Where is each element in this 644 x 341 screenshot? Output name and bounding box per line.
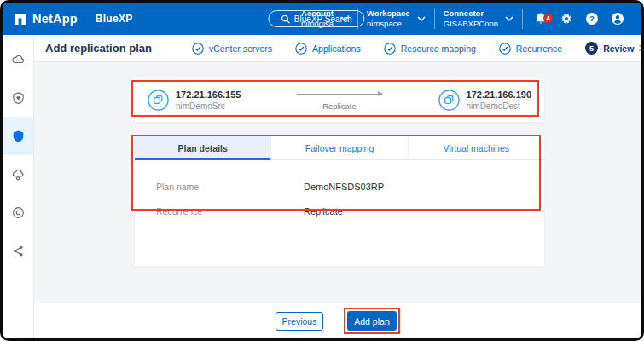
top-header: NetApp BlueXP BlueXP Search Account nimo…: [3, 3, 641, 35]
arrow-label: Replicate: [322, 101, 357, 111]
help-icon: ?: [585, 12, 599, 26]
brand-name: NetApp: [32, 12, 78, 26]
app-window: NetApp BlueXP BlueXP Search Account nimo…: [0, 0, 644, 341]
vcenter-icon: [438, 90, 460, 111]
tab-plan-details[interactable]: Plan details: [135, 136, 271, 159]
search-label: BlueXP Search: [294, 14, 352, 24]
search-icon: [281, 14, 290, 24]
recurrence-value: Replicate: [304, 206, 343, 217]
workspace-menu[interactable]: Workspace nimspace: [358, 9, 434, 29]
connector-menu[interactable]: Connector GISABXPConn: [435, 9, 522, 29]
notification-badge: 4: [543, 14, 553, 23]
wizard-header: Add replication plan vCenter servers App…: [34, 35, 641, 62]
gear-icon: [560, 12, 573, 26]
svg-text:?: ?: [589, 14, 595, 23]
notifications-button[interactable]: 4: [528, 12, 554, 26]
health-icon: [12, 91, 25, 105]
destination-ip: 172.21.166.190: [467, 90, 531, 100]
recurrence-label: Recurrence: [156, 206, 304, 217]
destination-node: 172.21.166.190 nimDemoDest: [438, 90, 531, 111]
source-ip: 172.21.166.155: [176, 90, 241, 100]
plan-details-rows: Plan name DemoNFSDS03RP Recurrence Repli…: [135, 174, 544, 223]
sidebar-item-extensions[interactable]: [3, 232, 33, 270]
protection-shield-icon: [12, 130, 25, 143]
page-title: Add replication plan: [45, 42, 152, 55]
plan-name-label: Plan name: [156, 182, 304, 192]
review-tabs: Plan details Failover mapping Virtual ma…: [135, 136, 544, 160]
check-circle-icon: [499, 43, 511, 55]
extensions-icon: [12, 245, 25, 257]
vcenter-icon: [148, 90, 169, 111]
step-resource-mapping[interactable]: Resource mapping: [384, 43, 476, 55]
check-circle-icon: [192, 43, 204, 55]
recurrence-row: Recurrence Replicate: [135, 199, 536, 223]
sidebar-item-canvas[interactable]: [3, 40, 33, 78]
chevron-down-icon: [505, 16, 513, 21]
wizard-footer: Previous Add plan: [34, 303, 641, 338]
review-panel: Plan details Failover mapping Virtual ma…: [135, 136, 544, 266]
left-sidebar: [3, 35, 34, 338]
close-icon[interactable]: ✕: [634, 40, 644, 56]
sidebar-item-protection[interactable]: [3, 117, 33, 155]
previous-button[interactable]: Previous: [276, 312, 323, 331]
tab-failover-mapping[interactable]: Failover mapping: [271, 136, 408, 159]
chevron-down-icon: [417, 16, 426, 21]
sidebar-item-governance[interactable]: [3, 194, 33, 232]
tab-virtual-machines[interactable]: Virtual machines: [409, 136, 544, 159]
source-name: nimDemoSrc: [176, 101, 241, 111]
step-vcenter-servers[interactable]: vCenter servers: [192, 43, 272, 55]
step-number-badge: 5: [585, 42, 598, 55]
sidebar-item-health[interactable]: [3, 78, 33, 117]
add-plan-button[interactable]: Add plan: [347, 311, 397, 331]
check-circle-icon: [295, 43, 307, 55]
replicate-arrow: Replicate: [241, 89, 438, 111]
check-circle-icon: [384, 43, 396, 55]
source-node: 172.21.166.155 nimDemoSrc: [148, 90, 241, 111]
annotation-box-add-plan: Add plan: [344, 308, 400, 334]
help-button[interactable]: ?: [579, 12, 605, 26]
wizard-steps: vCenter servers Applications Resource ma…: [192, 42, 634, 55]
step-recurrence[interactable]: Recurrence: [499, 43, 562, 55]
governance-icon: [12, 206, 25, 219]
step-applications[interactable]: Applications: [295, 43, 361, 55]
user-button[interactable]: [605, 12, 630, 26]
replication-diagram: 172.21.166.155 nimDemoSrc Replicate 172.…: [135, 78, 544, 122]
mobility-icon: [11, 168, 25, 182]
brand: NetApp BlueXP: [14, 12, 133, 26]
sidebar-item-mobility[interactable]: [3, 155, 33, 194]
user-icon: [611, 12, 624, 26]
arrow-icon: [297, 94, 382, 95]
plan-name-value: DemoNFSDS03RP: [304, 182, 384, 192]
netapp-logo-icon: [14, 13, 26, 26]
step-review[interactable]: 5 Review: [585, 42, 634, 55]
settings-button[interactable]: [554, 12, 579, 26]
search-input[interactable]: BlueXP Search: [268, 10, 365, 27]
divider: [522, 9, 523, 29]
product-name: BlueXP: [96, 13, 133, 25]
destination-name: nimDemoDest: [467, 101, 531, 111]
plan-name-row: Plan name DemoNFSDS03RP: [135, 174, 536, 199]
canvas-icon: [11, 53, 25, 66]
